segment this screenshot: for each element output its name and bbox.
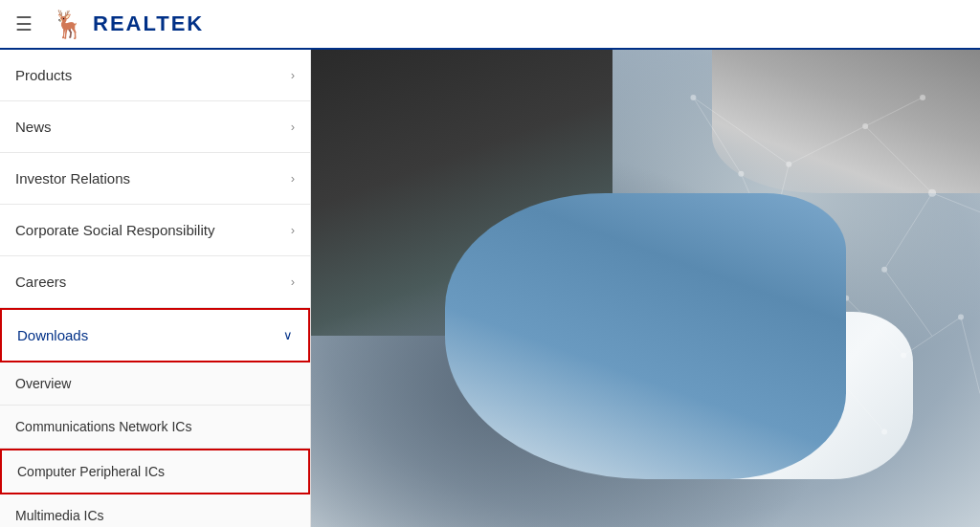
svg-point-28 xyxy=(786,382,791,387)
svg-line-6 xyxy=(846,298,903,356)
svg-point-21 xyxy=(928,189,936,197)
svg-line-4 xyxy=(769,165,789,241)
svg-line-11 xyxy=(932,193,980,212)
svg-line-12 xyxy=(884,270,932,337)
svg-point-24 xyxy=(843,296,849,301)
logo-text: REALTEK xyxy=(93,11,204,36)
svg-point-27 xyxy=(709,315,715,320)
chevron-right-icon: › xyxy=(291,223,295,237)
chevron-right-icon: › xyxy=(291,171,295,186)
svg-line-9 xyxy=(712,318,789,384)
svg-point-30 xyxy=(738,171,744,177)
sidebar: Products › News › Investor Relations › C… xyxy=(0,50,311,527)
svg-point-25 xyxy=(901,353,906,359)
content-area xyxy=(311,50,980,527)
sidebar-subitem-communications-label: Communications Network ICs xyxy=(15,419,191,434)
network-overlay-svg xyxy=(311,50,980,527)
hamburger-menu-icon[interactable]: ☰ xyxy=(15,12,33,35)
sidebar-item-news-label: News xyxy=(15,119,52,135)
svg-point-22 xyxy=(881,267,887,273)
hero-background xyxy=(311,50,980,527)
sidebar-item-news[interactable]: News › xyxy=(0,101,310,153)
sidebar-subitem-overview[interactable]: Overview xyxy=(0,362,310,406)
svg-line-13 xyxy=(827,298,846,365)
svg-point-20 xyxy=(862,123,868,129)
sidebar-item-csr[interactable]: Corporate Social Responsibility › xyxy=(0,205,310,256)
svg-point-23 xyxy=(767,238,772,244)
svg-line-2 xyxy=(865,126,932,193)
svg-line-10 xyxy=(865,98,923,126)
sidebar-item-investor-relations-label: Investor Relations xyxy=(15,170,130,187)
chevron-right-icon: › xyxy=(291,120,295,134)
sidebar-item-csr-label: Corporate Social Responsibility xyxy=(15,222,214,238)
svg-line-5 xyxy=(769,241,846,298)
sidebar-subitem-multimedia-ics[interactable]: Multimedia ICs xyxy=(0,494,310,527)
svg-line-1 xyxy=(789,126,865,165)
sidebar-item-careers[interactable]: Careers › xyxy=(0,256,310,308)
svg-line-8 xyxy=(712,241,769,318)
svg-line-14 xyxy=(693,98,741,174)
hero-image xyxy=(311,50,980,527)
header: ☰ 🦌 REALTEK xyxy=(0,0,980,50)
svg-line-3 xyxy=(884,193,932,270)
svg-point-29 xyxy=(920,95,925,100)
sidebar-item-products[interactable]: Products › xyxy=(0,50,310,101)
sidebar-subitem-overview-label: Overview xyxy=(15,376,71,391)
svg-point-32 xyxy=(881,428,887,434)
sidebar-subitem-computer-peripheral-label: Computer Peripheral ICs xyxy=(17,464,165,479)
logo: 🦌 REALTEK xyxy=(52,9,204,40)
chevron-right-icon: › xyxy=(291,274,295,289)
sidebar-item-investor-relations[interactable]: Investor Relations › xyxy=(0,153,310,205)
sidebar-subitem-multimedia-label: Multimedia ICs xyxy=(15,508,104,523)
sidebar-subitem-computer-peripheral-ics[interactable]: Computer Peripheral ICs xyxy=(0,449,310,494)
chevron-right-icon: › xyxy=(291,68,295,82)
svg-line-15 xyxy=(741,174,769,241)
svg-line-17 xyxy=(961,318,980,394)
sidebar-item-downloads[interactable]: Downloads ∨ xyxy=(0,308,310,362)
sidebar-item-products-label: Products xyxy=(15,67,72,83)
chevron-down-icon: ∨ xyxy=(283,328,293,342)
svg-line-0 xyxy=(693,98,789,165)
svg-point-18 xyxy=(690,95,696,100)
svg-point-19 xyxy=(786,162,791,167)
svg-point-26 xyxy=(958,315,964,320)
main-layout: Products › News › Investor Relations › C… xyxy=(0,50,980,527)
svg-line-16 xyxy=(827,365,884,432)
realtek-logo-icon: 🦌 xyxy=(52,9,85,40)
sidebar-item-downloads-label: Downloads xyxy=(17,327,88,343)
sidebar-item-careers-label: Careers xyxy=(15,274,66,290)
svg-point-31 xyxy=(824,362,830,368)
sidebar-subitem-communications-network-ics[interactable]: Communications Network ICs xyxy=(0,406,310,449)
